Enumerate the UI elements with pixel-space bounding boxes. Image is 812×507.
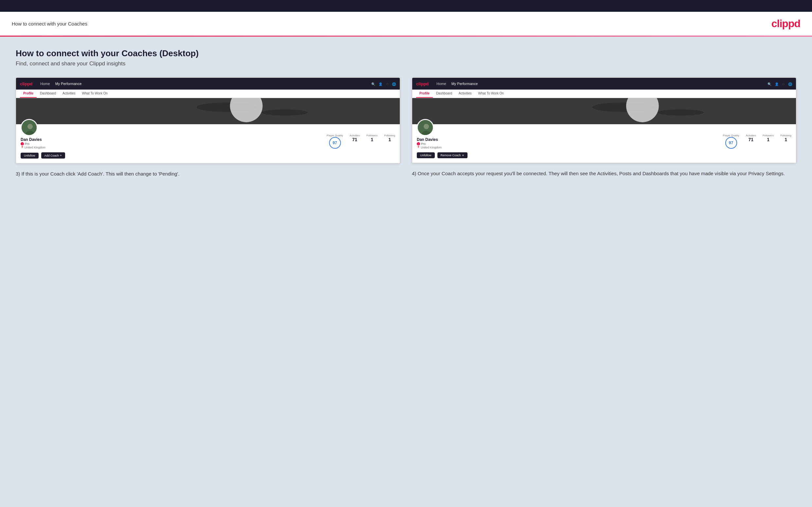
tab-what-to-work-on-left[interactable]: What To Work On — [79, 90, 111, 98]
svg-rect-7 — [412, 98, 796, 124]
screenshot-right-frame: clippd Home My Performance Profile Dashb… — [412, 77, 796, 163]
top-decorative-bar — [0, 0, 812, 12]
nav-icons-left — [371, 81, 396, 87]
stat-player-quality-left: Player Quality 97 — [327, 134, 343, 149]
nav-icons-right — [767, 81, 792, 87]
profile-info-right: Dan Davies ✓ Pro United Kingdom — [417, 137, 792, 149]
stat-fing-label-right: Following — [780, 134, 792, 137]
profile-name-right: Dan Davies — [417, 137, 442, 142]
tab-dashboard-left[interactable]: Dashboard — [37, 90, 59, 98]
location-icon-right — [417, 146, 420, 149]
stat-followers-right: Followers 1 — [763, 134, 774, 142]
right-column: clippd Home My Performance Profile Dashb… — [412, 77, 796, 178]
stat-pq-label-right: Player Quality — [723, 134, 740, 137]
page-subheading: Find, connect and share your Clippd insi… — [16, 60, 796, 67]
page-header-title: How to connect with your Coaches — [12, 21, 87, 26]
nav-my-performance-right[interactable]: My Performance — [452, 82, 478, 86]
main-content: How to connect with your Coaches (Deskto… — [0, 37, 812, 504]
globe-icon-left[interactable] — [392, 81, 396, 87]
pq-circle-right: 97 — [725, 137, 737, 149]
page-heading: How to connect with your Coaches (Deskto… — [16, 48, 796, 58]
settings-icon-right[interactable] — [782, 81, 785, 87]
badge-label-left: Pro — [25, 142, 30, 146]
profile-location-left: United Kingdom — [20, 146, 46, 149]
tab-activities-left[interactable]: Activities — [59, 90, 79, 98]
avatar-right — [417, 119, 434, 136]
pq-circle-left: 97 — [329, 137, 341, 149]
profile-name-left: Dan Davies — [20, 137, 46, 142]
avatar-left — [20, 119, 38, 136]
profile-stats-right: Player Quality 97 Activities 71 Follower… — [723, 134, 792, 149]
nav-home-right[interactable]: Home — [437, 82, 446, 86]
stat-fol-label-left: Followers — [366, 134, 377, 137]
stat-act-value-left: 71 — [349, 137, 360, 142]
profile-banner-right — [412, 98, 796, 124]
stat-fing-label-left: Following — [384, 134, 395, 137]
svg-point-12 — [424, 124, 429, 129]
footer: Copyright Clippd 2022 — [0, 504, 812, 507]
globe-icon-right[interactable] — [788, 81, 792, 87]
app-tabs-right: Profile Dashboard Activities What To Wor… — [412, 90, 796, 98]
clippd-logo: clippd — [771, 18, 800, 30]
profile-banner-left — [16, 98, 400, 124]
search-icon-left[interactable] — [371, 81, 375, 87]
user-icon-right[interactable] — [775, 81, 779, 87]
location-text-left: United Kingdom — [24, 146, 46, 149]
tab-profile-right[interactable]: Profile — [416, 90, 433, 98]
add-coach-button-left[interactable]: Add Coach — [41, 152, 65, 159]
svg-rect-0 — [16, 98, 400, 124]
plus-icon-left — [60, 154, 62, 157]
stat-act-label-right: Activities — [746, 134, 756, 137]
stat-act-value-right: 71 — [746, 137, 756, 142]
stat-followers-left: Followers 1 — [366, 134, 377, 142]
svg-point-9 — [658, 109, 704, 115]
search-icon-right[interactable] — [767, 81, 771, 87]
stat-pq-label-left: Player Quality — [327, 134, 343, 137]
nav-home-left[interactable]: Home — [40, 82, 50, 86]
tab-activities-right[interactable]: Activities — [455, 90, 475, 98]
stat-fol-value-left: 1 — [366, 137, 377, 142]
stat-activities-left: Activities 71 — [349, 134, 360, 142]
stat-fing-value-right: 1 — [780, 137, 792, 142]
location-text-right: United Kingdom — [421, 146, 442, 149]
app-logo-left: clippd — [20, 81, 33, 86]
tab-what-to-work-on-right[interactable]: What To Work On — [475, 90, 507, 98]
stat-activities-right: Activities 71 — [746, 134, 756, 142]
nav-my-performance-left[interactable]: My Performance — [55, 82, 82, 86]
profile-section-right: Dan Davies ✓ Pro United Kingdom — [412, 124, 796, 163]
profile-location-right: United Kingdom — [417, 146, 442, 149]
unfollow-button-right[interactable]: Unfollow — [417, 152, 435, 158]
caption-right: 4) Once your Coach accepts your request … — [412, 170, 796, 177]
location-icon-left — [20, 146, 24, 149]
app-logo-right: clippd — [416, 81, 428, 86]
stat-fol-value-right: 1 — [763, 137, 774, 142]
profile-buttons-left: Unfollow Add Coach — [20, 152, 395, 159]
tab-dashboard-right[interactable]: Dashboard — [433, 90, 455, 98]
stat-player-quality-right: Player Quality 97 — [723, 134, 740, 149]
app-navbar-right: clippd Home My Performance — [412, 78, 796, 90]
profile-info-left: Dan Davies ✓ Pro United Kingdom — [20, 137, 395, 149]
profile-stats-left: Player Quality 97 Activities 71 Follower… — [327, 134, 395, 149]
remove-coach-button-right[interactable]: Remove Coach — [438, 152, 467, 158]
verified-icon-right: ✓ — [417, 142, 420, 146]
stat-following-left: Following 1 — [384, 134, 395, 142]
unfollow-button-left[interactable]: Unfollow — [20, 153, 39, 159]
screenshot-left-frame: clippd Home My Performance Profile Dashb… — [16, 77, 400, 163]
profile-details-left: Dan Davies ✓ Pro United Kingdom — [20, 137, 46, 149]
settings-icon-left[interactable] — [386, 81, 389, 87]
badge-label-right: Pro — [421, 142, 426, 146]
verified-icon-left: ✓ — [20, 142, 24, 146]
left-column: clippd Home My Performance Profile Dashb… — [16, 77, 400, 178]
screenshots-row: clippd Home My Performance Profile Dashb… — [16, 77, 796, 178]
caption-left: 3) If this is your Coach click 'Add Coac… — [16, 170, 400, 178]
x-icon-right — [462, 154, 464, 157]
profile-badge-right: ✓ Pro — [417, 142, 442, 146]
stat-act-label-left: Activities — [349, 134, 360, 137]
user-icon-left[interactable] — [378, 81, 383, 87]
page-header: How to connect with your Coaches clippd — [0, 12, 812, 36]
tab-profile-left[interactable]: Profile — [20, 90, 37, 98]
profile-details-right: Dan Davies ✓ Pro United Kingdom — [417, 137, 442, 149]
stat-fol-label-right: Followers — [763, 134, 774, 137]
profile-buttons-right: Unfollow Remove Coach — [417, 152, 792, 158]
svg-point-2 — [262, 109, 308, 115]
